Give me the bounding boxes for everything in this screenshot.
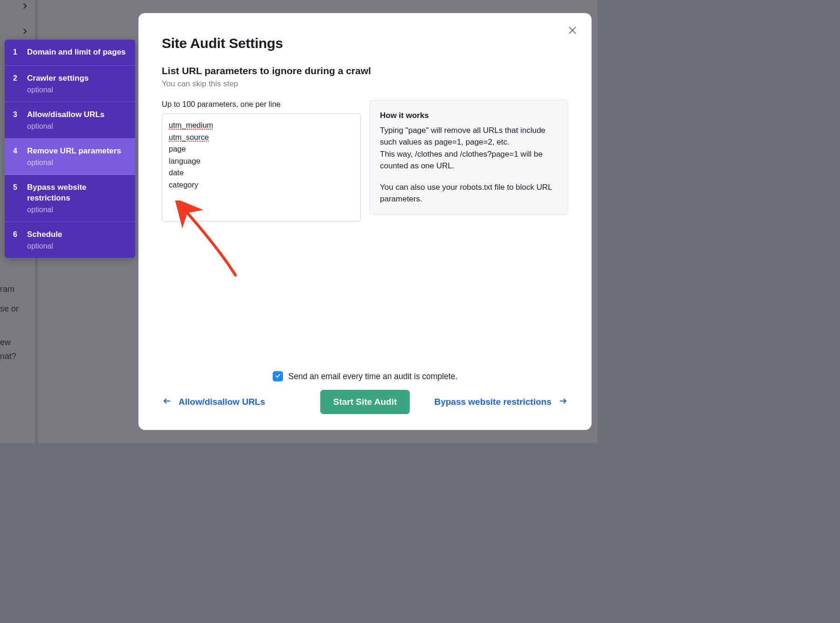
modal-heading: Site Audit Settings [162, 35, 568, 51]
step-title: Remove URL parameters [27, 146, 127, 157]
start-site-audit-button[interactable]: Start Site Audit [320, 390, 410, 414]
step-number: 5 [13, 183, 20, 192]
step-optional-label: optional [27, 206, 127, 214]
section-heading: List URL parameters to ignore during a c… [162, 65, 568, 76]
parameters-field-label: Up to 100 parameters, one per line [162, 100, 361, 109]
next-step-link[interactable]: Bypass website restrictions [419, 396, 568, 408]
step-number: 6 [13, 230, 20, 239]
how-it-works-text: This way, /clothes and /clothes?page=1 w… [380, 150, 543, 171]
how-it-works-text: You can also use your robots.txt file to… [380, 181, 558, 205]
step-title: Allow/disallow URLs [27, 110, 127, 120]
step-optional-label: optional [27, 159, 127, 167]
how-it-works-title: How it works [380, 110, 558, 122]
close-icon [567, 25, 578, 37]
previous-step-label: Allow/disallow URLs [179, 397, 265, 407]
how-it-works-panel: How it works Typing "page" will remove a… [369, 100, 568, 215]
step-bypass-restrictions[interactable]: 5 Bypass website restrictions optional [5, 175, 135, 222]
arrow-left-icon [162, 397, 172, 408]
site-audit-settings-modal: Site Audit Settings List URL parameters … [138, 13, 592, 430]
step-optional-label: optional [27, 86, 127, 94]
email-notification-checkbox[interactable] [273, 371, 283, 381]
step-title: Bypass website restrictions [27, 182, 127, 204]
step-number: 2 [13, 74, 20, 83]
step-optional-label: optional [27, 242, 127, 250]
step-domain-limit[interactable]: 1 Domain and limit of pages [5, 40, 135, 66]
step-optional-label: optional [27, 122, 127, 131]
step-crawler-settings[interactable]: 2 Crawler settings optional [5, 66, 135, 102]
url-parameters-textarea[interactable]: utm_mediumutm_sourcepagelanguagedatecate… [162, 113, 361, 222]
step-number: 4 [13, 147, 20, 155]
next-step-label: Bypass website restrictions [434, 396, 551, 408]
step-number: 1 [13, 48, 20, 56]
email-notification-label: Send an email every time an audit is com… [289, 372, 458, 381]
step-title: Crawler settings [27, 73, 127, 84]
close-button[interactable] [565, 23, 580, 39]
check-icon [275, 372, 281, 381]
how-it-works-text: Typing "page" will remove all URLs that … [380, 126, 545, 147]
settings-steps-sidebar: 1 Domain and limit of pages 2 Crawler se… [5, 40, 135, 258]
step-allow-disallow-urls[interactable]: 3 Allow/disallow URLs optional [5, 102, 135, 138]
step-title: Domain and limit of pages [27, 47, 127, 58]
step-schedule[interactable]: 6 Schedule optional [5, 222, 135, 258]
section-subtitle: You can skip this step [162, 79, 568, 89]
step-title: Schedule [27, 229, 127, 240]
arrow-right-icon [558, 397, 568, 408]
step-number: 3 [13, 111, 20, 119]
previous-step-link[interactable]: Allow/disallow URLs [162, 397, 311, 408]
step-remove-url-parameters[interactable]: 4 Remove URL parameters optional [5, 138, 135, 175]
